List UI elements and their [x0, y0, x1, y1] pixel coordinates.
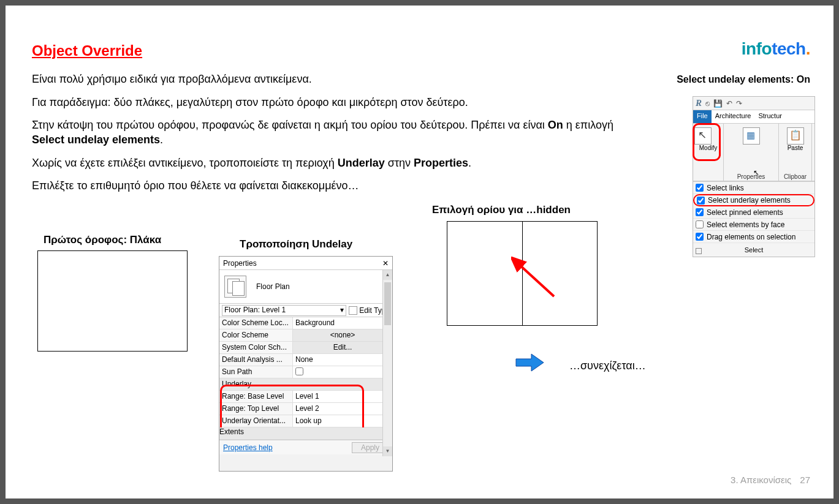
param-row-sun-path[interactable]: Sun Path — [219, 366, 392, 378]
properties-scrollbar[interactable]: ▲ ▼ — [382, 270, 392, 456]
ribbon-panels: Modify ↖ Properties Paste Clipboar — [693, 124, 814, 181]
pvalue: Level 2 — [293, 403, 392, 415]
pvalue: <none> — [293, 329, 392, 341]
caption-undelay: Τροποποίηση Undelay — [240, 238, 352, 250]
tab-architecture[interactable]: Architecture — [712, 110, 755, 123]
redo-icon[interactable]: ↷ — [736, 99, 742, 108]
open-icon[interactable]: ⎋ — [705, 99, 710, 108]
option-drag-elements[interactable]: Drag elements on selection — [693, 231, 814, 243]
pvalue: Look up — [293, 415, 392, 427]
select-panel: Modify — [693, 124, 724, 181]
footer-page-number: 27 — [800, 475, 810, 485]
param-row-system-color[interactable]: System Color Sch...Edit... — [219, 342, 392, 354]
option-select-by-face[interactable]: Select elements by face — [693, 219, 814, 231]
p4-underlay: Underlay — [338, 157, 385, 169]
properties-header: Properties ✕ — [219, 257, 392, 270]
scroll-thumb[interactable] — [384, 282, 391, 325]
underlay-section-header: Underlay — [219, 378, 392, 391]
param-row-underlay-orient[interactable]: Underlay Orientat...Look up — [219, 415, 392, 427]
p4-text-e: . — [468, 157, 471, 169]
first-floor-slab-figure — [37, 250, 188, 352]
param-row-color-scheme[interactable]: Color Scheme<none> — [219, 329, 392, 342]
logo-tech: tech — [772, 39, 806, 58]
save-icon[interactable]: 💾 — [713, 99, 723, 108]
label-select-links: Select links — [707, 184, 744, 192]
instance-value: Floor Plan: Level 1 — [224, 306, 286, 314]
logo-info: info — [742, 39, 772, 58]
tab-structure[interactable]: Structur — [754, 110, 786, 123]
option-select-links[interactable]: Select links — [693, 182, 814, 194]
label-select-pinned: Select pinned elements — [707, 208, 783, 217]
paragraph-2: Για παράδειγμα: δύο πλάκες, μεγαλύτερη σ… — [32, 95, 468, 110]
param-row-default-analysis[interactable]: Default Analysis ...None — [219, 354, 392, 366]
checkbox-drag-elements[interactable] — [696, 233, 704, 241]
properties-panel: Properties ✕ Floor Plan Floor Plan: Leve… — [219, 256, 393, 472]
option-select-pinned[interactable]: Select pinned elements — [693, 206, 814, 219]
plabel: System Color Sch... — [219, 342, 293, 353]
red-arrow-icon — [511, 257, 560, 306]
slide-page: Object Override Είναι πολύ χρήσιμο ειδικ… — [6, 6, 833, 498]
plabel: Sun Path — [219, 366, 293, 378]
continue-text: …συνεχίζεται… — [569, 359, 646, 372]
select-panel-footer: Select — [693, 243, 814, 257]
param-row-color-scheme-loc[interactable]: Color Scheme Loc...Background — [219, 317, 392, 329]
paste-icon[interactable] — [787, 127, 804, 145]
ribbon-tabs: File Architecture Structur — [693, 110, 814, 124]
param-row-range-base[interactable]: Range: Base LevelLevel 1 — [219, 391, 392, 403]
plabel: Underlay Orientat... — [219, 415, 293, 427]
page-title: Object Override — [32, 42, 142, 59]
infotech-logo: infotech. — [742, 39, 810, 59]
tab-file[interactable]: File — [693, 110, 712, 123]
option-select-underlay[interactable]: Select underlay elements — [693, 194, 814, 206]
pvalue: Background — [293, 317, 392, 329]
floor-plan-label: Floor Plan — [256, 282, 290, 291]
plabel: Range: Top Level — [219, 403, 293, 415]
footer-section: 3. Απεικονίσεις — [731, 475, 791, 485]
revit-ribbon-screenshot: R ⎋ 💾 ↶ ↷ File Architecture Structur Mod… — [693, 96, 815, 257]
select-label: Select — [745, 246, 764, 254]
revit-logo-icon: R — [696, 98, 702, 108]
section-label: Extents — [219, 427, 392, 439]
undo-icon[interactable]: ↶ — [726, 99, 732, 108]
selection-options: Select links Select underlay elements Se… — [693, 181, 814, 243]
param-row-range-top[interactable]: Range: Top LevelLevel 2 — [219, 403, 392, 415]
pvalue: Edit... — [293, 342, 392, 353]
modify-button[interactable]: Modify — [694, 125, 723, 151]
checkbox-select-links[interactable] — [696, 184, 704, 192]
checkbox-select-pinned[interactable] — [696, 208, 704, 216]
plabel: Default Analysis ... — [219, 354, 293, 366]
type-selector-row[interactable]: Floor Plan — [219, 270, 392, 304]
clipboard-panel: Paste Clipboar — [779, 124, 812, 181]
sun-path-checkbox[interactable] — [295, 367, 303, 375]
properties-icon[interactable] — [743, 127, 760, 145]
instance-dropdown[interactable]: Floor Plan: Level 1 ▾ — [222, 305, 346, 316]
checkbox-select-by-face[interactable] — [696, 220, 704, 228]
pvalue: None — [293, 354, 392, 366]
paragraph-5: Επιλέξτε το επιθυμητό όριο που θέλετε να… — [32, 178, 359, 193]
underlay-on-label: Select undelay elements: On — [677, 74, 810, 85]
properties-panel-label: Properties — [724, 173, 778, 180]
checkbox-select-underlay[interactable] — [697, 197, 705, 205]
blue-arrow-icon — [513, 352, 550, 376]
p3-text-a: Στην κάτοψη του πρώτου ορόφου, προφανώς … — [32, 119, 548, 131]
logo-dot: . — [806, 39, 810, 58]
pvalue — [293, 366, 392, 378]
p4-text-a: Χωρίς να έχετε επιλέξει αντικείμενο, τρο… — [32, 157, 338, 169]
p3-on: On — [548, 119, 563, 131]
paste-label: Paste — [788, 145, 803, 151]
scroll-down-icon[interactable]: ▼ — [383, 446, 392, 456]
label-drag-elements: Drag elements on selection — [707, 233, 795, 241]
section-label: Underlay — [219, 378, 392, 390]
parameters-area: Color Scheme Loc...Background Color Sche… — [219, 317, 392, 427]
caption-hidden: Επιλογή ορίου για …hidden — [432, 204, 571, 216]
p3-select-undelay: Select undelay elements — [32, 134, 160, 146]
close-icon[interactable]: ✕ — [382, 259, 389, 268]
pvalue: Level 1 — [293, 391, 392, 402]
scroll-up-icon[interactable]: ▲ — [383, 270, 392, 280]
properties-help-link[interactable]: Properties help — [223, 443, 273, 452]
panel-launcher-icon[interactable] — [696, 248, 702, 254]
quick-access-toolbar: R ⎋ 💾 ↶ ↷ — [693, 97, 814, 110]
label-select-underlay: Select underlay elements — [708, 196, 791, 205]
modify-arrow-icon — [694, 127, 712, 145]
p3-text-e: . — [160, 134, 163, 146]
